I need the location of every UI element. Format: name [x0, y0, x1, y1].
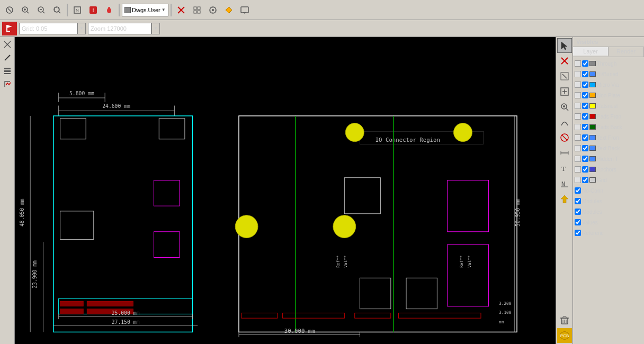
- svg-point-25: [212, 9, 214, 11]
- render-tab[interactable]: Render: [609, 47, 644, 57]
- padsfron-render-checkbox[interactable]: [582, 113, 588, 120]
- svg-rect-66: [60, 309, 84, 314]
- grid-dropdown-button[interactable]: ▼: [77, 23, 86, 34]
- zoom-area-button[interactable]: [50, 3, 65, 17]
- microvia-render-checkbox[interactable]: [582, 82, 588, 88]
- grid-input[interactable]: Grid: 0.05: [19, 23, 77, 34]
- textfron-render-checkbox[interactable]: [582, 134, 588, 141]
- vis-item-buried: Bl/Buried: [573, 69, 644, 79]
- arc-tool-button[interactable]: [557, 115, 572, 130]
- route-tool-button[interactable]: [557, 53, 572, 68]
- snap-button[interactable]: [205, 3, 220, 17]
- left-tool-4[interactable]: [1, 78, 14, 90]
- svg-marker-105: [561, 42, 567, 50]
- anchors-color: [589, 167, 596, 172]
- drc-tool-button[interactable]: [557, 130, 572, 145]
- vis-item-padsfron: Pads Fron: [573, 111, 644, 122]
- padsback-render-checkbox[interactable]: [582, 124, 588, 130]
- textfron-visibility-checkbox[interactable]: [575, 134, 581, 141]
- layer-tab[interactable]: Layer: [573, 47, 609, 57]
- delete-button[interactable]: [557, 313, 572, 328]
- hidden-visibility-checkbox[interactable]: [575, 156, 581, 162]
- screen-button[interactable]: [237, 3, 252, 17]
- textback-render-checkbox[interactable]: [582, 145, 588, 151]
- svg-text:!: !: [93, 7, 94, 13]
- svg-rect-41: [4, 68, 11, 69]
- vis-item-modules2: Modules: [573, 206, 644, 217]
- diff-pair-button[interactable]: [557, 69, 572, 84]
- zoom-input[interactable]: Zoom 127000: [88, 23, 151, 34]
- route-button[interactable]: [174, 3, 189, 17]
- zoom-tool-button[interactable]: [557, 99, 572, 114]
- visibles-panel: Visibles Layer Render Through Bl/Buried: [573, 37, 644, 344]
- ratsnest-render-checkbox[interactable]: [582, 103, 588, 109]
- left-tool-1[interactable]: [1, 38, 14, 51]
- anchors-render-checkbox[interactable]: [582, 166, 588, 173]
- svg-rect-43: [4, 73, 11, 74]
- nonplate-color: [589, 93, 596, 98]
- zoom-out-button[interactable]: [34, 3, 49, 17]
- grid-render-checkbox[interactable]: [582, 177, 588, 183]
- zoom-fit-button[interactable]: [2, 3, 17, 17]
- through-render-checkbox[interactable]: [582, 60, 588, 67]
- flag-button[interactable]: [2, 22, 17, 35]
- pcb-logo-button[interactable]: PCB: [557, 328, 572, 343]
- svg-point-17: [108, 7, 110, 9]
- modules2-render-checkbox[interactable]: [575, 209, 581, 215]
- svg-text:T: T: [561, 165, 566, 173]
- svg-point-80: [333, 215, 356, 238]
- diamond-button[interactable]: [221, 3, 236, 17]
- grid-visibility-checkbox[interactable]: [575, 177, 581, 183]
- svg-text:3.200: 3.200: [499, 301, 512, 306]
- microvia-visibility-checkbox[interactable]: [575, 82, 581, 88]
- arrow-tool-button[interactable]: [557, 192, 572, 206]
- origin-button[interactable]: N: [557, 176, 572, 191]
- svg-text:24.600 mm: 24.600 mm: [102, 103, 130, 109]
- anchors-visibility-checkbox[interactable]: [575, 166, 581, 173]
- nonplate-render-checkbox[interactable]: [582, 92, 588, 98]
- padsback-color: [589, 124, 596, 130]
- vis-item-padsback: Pads Back: [573, 122, 644, 132]
- through-visibility-checkbox[interactable]: [575, 60, 581, 67]
- svg-point-77: [345, 123, 364, 142]
- add-pad-button[interactable]: [557, 84, 572, 99]
- left-tool-3[interactable]: [1, 65, 14, 77]
- svg-text:Ref**: Ref**: [459, 255, 464, 268]
- svg-text:Ref**: Ref**: [336, 255, 341, 268]
- zoom-dropdown-button[interactable]: ▼: [151, 23, 160, 34]
- values-render-checkbox[interactable]: [575, 219, 581, 225]
- bug-button[interactable]: [102, 3, 117, 17]
- pcb-canvas[interactable]: 5.800 mm 24.600 mm 48.050 mm 23.900 mm: [15, 37, 556, 344]
- padsback-visibility-checkbox[interactable]: [575, 124, 581, 130]
- referenc-render-checkbox[interactable]: [575, 230, 581, 236]
- buried-render-checkbox[interactable]: [582, 71, 588, 77]
- svg-line-5: [27, 12, 29, 13]
- measure-tool-button[interactable]: [557, 146, 572, 160]
- zoom-in-button[interactable]: [18, 3, 33, 17]
- svg-text:Val**: Val**: [343, 255, 348, 268]
- vis-item-noconn: No-Conn: [573, 185, 644, 196]
- drc-button[interactable]: !: [86, 3, 101, 17]
- secondary-toolbar: Grid: 0.05 ▼ Zoom 127000 ▼: [0, 20, 644, 37]
- textback-visibility-checkbox[interactable]: [575, 145, 581, 151]
- nonplate-visibility-checkbox[interactable]: [575, 92, 581, 98]
- svg-rect-65: [87, 301, 133, 306]
- through-color: [589, 61, 596, 66]
- grid-button[interactable]: [190, 3, 204, 17]
- buried-visibility-checkbox[interactable]: [575, 71, 581, 77]
- text-tool-button[interactable]: T: [557, 161, 572, 176]
- layer-select-arrow: ▼: [162, 7, 166, 12]
- separator-3: [171, 4, 172, 16]
- noconn-render-checkbox[interactable]: [575, 187, 581, 194]
- left-tool-2[interactable]: [1, 51, 14, 64]
- layer-select[interactable]: Dwgs.User ▼: [122, 4, 168, 16]
- modules1-render-checkbox[interactable]: [575, 198, 581, 204]
- padsfron-visibility-checkbox[interactable]: [575, 113, 581, 120]
- hidden-render-checkbox[interactable]: [582, 156, 588, 162]
- svg-line-114: [566, 108, 568, 111]
- highlight-button[interactable]: N: [70, 3, 85, 17]
- padsfron-color: [589, 114, 596, 119]
- ratsnest-visibility-checkbox[interactable]: [575, 103, 581, 109]
- microvia-color: [589, 82, 596, 87]
- select-tool-button[interactable]: [557, 38, 572, 53]
